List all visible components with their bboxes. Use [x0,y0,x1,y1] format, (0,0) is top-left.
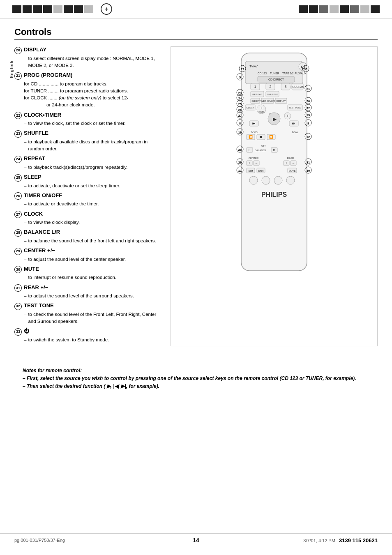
control-desc-line: to balance the sound level of the front … [24,237,162,244]
control-item-20: 20 DISPLAY to select different screen di… [14,46,162,69]
bar-block [360,5,369,13]
control-desc-line: to adjust the sound level of the surroun… [24,292,162,299]
svg-text:TV/AV: TV/AV [249,65,258,68]
svg-text:R: R [273,149,275,152]
svg-text:12: 12 [307,135,310,139]
svg-text:PAUSE: PAUSE [258,111,265,113]
circle-num-28: 28 [14,229,22,237]
circle-num-21: 21 [14,72,22,80]
svg-text:8: 8 [239,122,241,125]
circle-num-32: 32 [14,303,22,310]
svg-point-77 [274,176,282,184]
control-header-29: 29 CENTER +/− [14,247,162,255]
compass-icon: ✛ [101,3,112,15]
svg-text:DNR: DNR [258,170,264,172]
svg-text:⏸: ⏸ [260,107,263,110]
circle-num-31: 31 [14,284,22,292]
remote-diagram: TV/AV ⏻ CD 123 TUNER TAPE 1/2 AUX/AUX CD… [171,46,378,346]
svg-text:REAR: REAR [287,157,294,159]
bar-block [350,5,359,13]
bar-block [84,5,93,13]
control-item-28: 28 BALANCE L/R to balance the sound leve… [14,229,162,244]
bar-block [23,5,32,13]
control-title-28: BALANCE L/R [24,229,60,235]
control-desc-line: to interrupt or resume sound reproductio… [24,274,162,281]
control-item-24: 24 REPEAT to playback track(s)/disc(s)/p… [14,155,162,171]
control-desc-line: to check the sound level of the Front Le… [24,311,162,325]
bar-block [74,5,83,13]
svg-text:⏩: ⏩ [269,135,273,139]
svg-text:BALANCE: BALANCE [255,149,266,152]
control-title-23: SHUFFLE [24,130,48,136]
control-desc-23: to playback all available discs and thei… [14,138,162,153]
svg-text:−: − [292,161,294,165]
control-item-23: 23 SHUFFLE to playback all available dis… [14,130,162,152]
control-desc-31: to adjust the sound level of the surroun… [14,292,162,299]
svg-text:CLOCK: CLOCK [247,106,254,109]
control-header-22: 22 CLOCK•TIMER [14,112,162,120]
control-title-20: DISPLAY [24,46,46,53]
remote-svg: TV/AV ⏻ CD 123 TUNER TAPE 1/2 AUX/AUX CD… [227,49,321,279]
svg-text:⏭: ⏭ [292,122,295,125]
svg-text:⏹: ⏹ [259,135,263,139]
svg-text:TUNER: TUNER [270,72,279,75]
svg-text:25: 25 [238,102,242,106]
svg-text:TV VOL: TV VOL [251,131,259,134]
svg-text:1: 1 [254,85,256,89]
control-title-33: ⏻ [24,328,29,334]
svg-text:PROGRAM: PROGRAM [291,85,304,88]
control-desc-21: for CD ............... to program disc t… [14,81,162,109]
svg-point-78 [286,176,295,184]
two-col-layout: English 20 DISPLAY to select different s… [14,46,378,346]
bar-block [309,5,318,13]
control-header-32: 32 TEST TONE [14,302,162,310]
bar-block [299,5,308,13]
control-header-25: 25 SLEEP [14,174,162,182]
svg-text:19: 19 [238,131,242,134]
svg-text:24: 24 [238,97,242,100]
circle-num-33: 33 [14,328,22,336]
control-desc-30: to interrupt or resume sound reproductio… [14,274,162,281]
control-desc-33: to switch the system to Standby mode. [14,336,162,343]
bar-block [12,5,21,13]
control-desc-line: to view the clock, set the clock or set … [24,120,162,127]
control-title-32: TEST TONE [24,302,54,309]
control-title-25: SLEEP [24,174,42,180]
control-item-31: 31 REAR +/− to adjust the sound level of… [14,284,162,300]
circle-num-20: 20 [14,47,22,54]
notes-line-1: – First, select the source you wish to c… [23,375,369,382]
footer: pg 001-031/P750/37-Eng 14 3/7/01, 4:12 P… [0,533,392,547]
svg-text:26: 26 [238,108,242,112]
svg-text:AUX/AUX: AUX/AUX [295,72,307,75]
control-desc-line: to playback all available discs and thei… [24,138,162,153]
control-header-23: 23 SHUFFLE [14,130,162,138]
svg-text:TV/AV: TV/AV [292,131,298,134]
svg-text:+: + [286,113,289,118]
control-desc-20: to select different screen display mode … [14,55,162,69]
notes-line-2: – Then select the desired function ( ▶, … [23,382,369,390]
circle-num-27: 27 [14,211,22,218]
control-item-27: 27 CLOCK to view the clock display. [14,211,162,226]
control-item-30: 30 MUTE to interrupt or resume sound rep… [14,266,162,281]
control-header-31: 31 REAR +/− [14,284,162,292]
control-desc-line: to activate or deactivate the timer. [24,200,162,207]
control-item-26: 26 TIMER ON/OFF to activate or deactivat… [14,192,162,208]
svg-text:TIMER ON/OFF: TIMER ON/OFF [259,100,276,102]
svg-text:CENTER: CENTER [249,157,259,159]
brand-label: PHILIPS [261,191,287,198]
svg-text:MUTE: MUTE [289,170,296,172]
control-desc-25: to activate, deactivate or set the sleep… [14,182,162,189]
language-label: English [9,60,14,78]
control-item-25: 25 SLEEP to activate, deactivate or set … [14,174,162,189]
control-title-30: MUTE [24,266,39,272]
control-item-32: 32 TEST TONE to check the sound level of… [14,302,162,325]
svg-text:TEST TONE: TEST TONE [289,106,302,109]
svg-point-75 [249,176,258,184]
control-header-30: 30 MUTE [14,266,162,274]
bar-block [330,5,339,13]
control-title-22: CLOCK•TIMER [24,112,61,118]
svg-text:30: 30 [307,169,310,173]
circle-num-24: 24 [14,156,22,163]
control-desc-27: to view the clock display. [14,219,162,226]
svg-text:+: + [248,161,250,165]
